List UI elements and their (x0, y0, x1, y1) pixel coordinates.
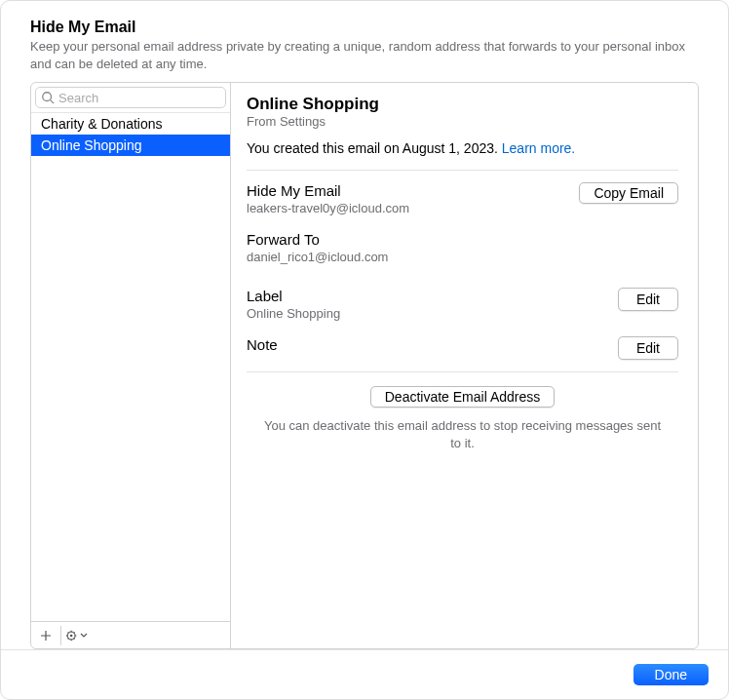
deactivate-section: Deactivate Email Address You can deactiv… (247, 372, 678, 451)
detail-pane: Online Shopping From Settings You create… (231, 83, 698, 648)
sidebar-item-charity-donations[interactable]: Charity & Donations (31, 113, 230, 135)
hide-my-email-label: Hide My Email (247, 182, 579, 199)
copy-email-button[interactable]: Copy Email (579, 182, 678, 204)
forward-to-value: daniel_rico1@icloud.com (247, 250, 678, 264)
deactivate-button[interactable]: Deactivate Email Address (370, 386, 556, 408)
done-button[interactable]: Done (633, 664, 709, 685)
sidebar-footer (31, 621, 230, 648)
content: Charity & Donations Online Shopping Onli… (1, 82, 728, 649)
created-info: You created this email on August 1, 2023… (247, 140, 678, 156)
svg-line-12 (67, 638, 68, 639)
note-field: Note Edit (247, 332, 678, 371)
forward-to-field: Forward To daniel_rico1@icloud.com (247, 227, 678, 276)
sidebar-item-online-shopping[interactable]: Online Shopping (31, 135, 230, 156)
search-input[interactable] (58, 91, 222, 105)
hide-my-email-window: Hide My Email Keep your personal email a… (0, 0, 729, 700)
svg-line-13 (73, 632, 74, 633)
detail-title: Online Shopping (247, 95, 678, 114)
svg-line-1 (51, 100, 55, 104)
svg-point-0 (43, 93, 52, 101)
hide-my-email-value: leakers-travel0y@icloud.com (247, 201, 579, 215)
learn-more-link[interactable]: Learn more. (502, 140, 575, 156)
page-title: Hide My Email (30, 19, 699, 36)
plus-icon (40, 630, 52, 642)
deactivate-description: You can deactivate this email address to… (247, 417, 678, 451)
svg-line-11 (73, 638, 74, 639)
chevron-down-icon (80, 633, 88, 639)
search-field[interactable] (35, 87, 226, 108)
sidebar: Charity & Donations Online Shopping (31, 83, 231, 648)
svg-point-5 (69, 634, 72, 637)
note-heading: Note (247, 336, 618, 353)
label-field: Label Online Shopping Edit (247, 276, 678, 332)
edit-label-button[interactable]: Edit (618, 288, 678, 311)
hide-my-email-field: Hide My Email leakers-travel0y@icloud.co… (247, 171, 678, 227)
detail-source: From Settings (247, 114, 678, 129)
search-icon (41, 91, 55, 104)
search-wrap (31, 83, 230, 113)
page-description: Keep your personal email address private… (30, 38, 699, 72)
forward-to-label: Forward To (247, 231, 678, 248)
main-panel: Charity & Donations Online Shopping Onli… (30, 82, 699, 649)
label-heading: Label (247, 288, 618, 304)
gear-icon (65, 629, 79, 642)
created-text: You created this email on August 1, 2023… (247, 140, 502, 156)
edit-note-button[interactable]: Edit (618, 336, 678, 360)
options-button[interactable] (61, 622, 91, 648)
window-footer: Done (1, 649, 728, 699)
label-value: Online Shopping (247, 306, 618, 321)
svg-line-10 (67, 632, 68, 633)
add-button[interactable] (31, 622, 60, 648)
header: Hide My Email Keep your personal email a… (1, 1, 728, 82)
sidebar-list: Charity & Donations Online Shopping (31, 113, 230, 621)
